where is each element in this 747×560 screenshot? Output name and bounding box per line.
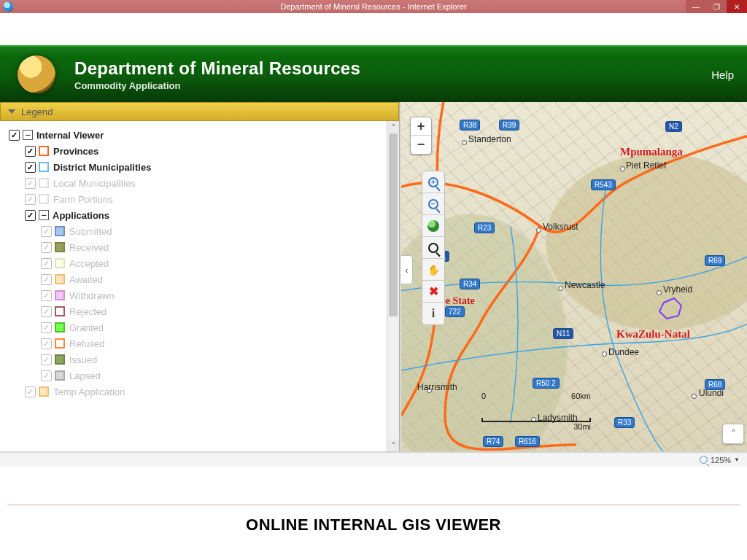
window-maximize-button[interactable]: ❐ <box>706 0 727 13</box>
checkbox[interactable] <box>41 306 52 317</box>
swatch-icon <box>39 386 49 397</box>
zoom-out-button[interactable]: − <box>411 136 431 154</box>
swatch-icon <box>55 306 65 316</box>
crest-icon <box>18 55 55 93</box>
province-label: KwaZulu-Natal <box>616 328 690 341</box>
checkbox[interactable] <box>41 322 52 333</box>
swatch-icon <box>55 338 65 349</box>
checkbox[interactable] <box>41 274 52 285</box>
route-shield: R34 <box>460 279 480 289</box>
tool-info[interactable]: i <box>422 303 444 324</box>
collapse-panel-button[interactable]: ‹ <box>401 255 413 284</box>
toolbar-gap <box>0 13 747 45</box>
layer-tree: − Internal Viewer ProvincesDistrict Muni… <box>0 121 399 404</box>
swatch-icon <box>39 194 49 204</box>
map-toolbar: + − ✋ ✖ i <box>422 171 445 325</box>
checkbox[interactable] <box>41 258 52 269</box>
town-label: Volksrust <box>543 222 578 232</box>
route-shield: R616 <box>515 436 540 447</box>
layer-item[interactable]: Farm Portions <box>9 191 396 207</box>
app-title: Department of Mineral Resources <box>74 58 360 79</box>
checkbox[interactable] <box>25 162 36 173</box>
province-label: Mpumalanga <box>620 146 683 158</box>
legend-header[interactable]: Legend <box>0 102 399 121</box>
checkbox[interactable] <box>41 354 52 365</box>
swatch-icon <box>55 258 65 268</box>
zoom-icon <box>700 456 708 464</box>
checkbox[interactable] <box>41 338 52 349</box>
town-marker <box>692 394 697 399</box>
route-shield: R543 <box>591 179 616 190</box>
checkbox[interactable] <box>25 386 36 397</box>
zoom-indicator[interactable]: 125% ▼ <box>700 456 740 464</box>
zoom-in-button[interactable]: + <box>411 117 431 136</box>
route-shield: R38 <box>460 120 480 131</box>
town-marker <box>536 228 541 233</box>
zoom-control: + − <box>410 117 432 155</box>
checkbox[interactable] <box>41 370 52 381</box>
route-shield: R39 <box>499 120 519 131</box>
slide-caption: ONLINE INTERNAL GIS VIEWER <box>0 516 747 534</box>
scroll-track[interactable] <box>387 133 399 439</box>
layer-item[interactable]: Provinces <box>9 143 396 159</box>
town-marker <box>558 286 563 291</box>
town-label: Dundee <box>608 347 639 357</box>
swatch-icon <box>55 274 65 284</box>
swatch-icon <box>55 290 65 300</box>
work-area: Legend − Internal Viewer ProvincesDistri… <box>0 102 747 452</box>
town-label: Newcastle <box>565 280 605 290</box>
status-item[interactable]: Issued <box>9 351 396 368</box>
tool-full-extent[interactable] <box>422 215 444 237</box>
status-item[interactable]: Submitted <box>9 223 396 239</box>
checkbox[interactable] <box>41 290 52 301</box>
checkbox[interactable] <box>25 146 36 157</box>
checkbox[interactable] <box>41 226 52 237</box>
status-item[interactable]: Accepted <box>9 255 396 271</box>
checkbox[interactable] <box>9 130 20 141</box>
layer-item[interactable]: Local Municipalities <box>9 175 396 191</box>
status-item[interactable]: Rejected <box>9 303 396 319</box>
layer-item[interactable]: District Municipalities <box>9 159 396 175</box>
tool-pan[interactable]: ✋ <box>422 259 444 281</box>
town-marker <box>462 140 467 145</box>
scale-bar: 060km 30mi <box>481 409 591 432</box>
checkbox[interactable] <box>41 242 52 253</box>
layer-temp-application[interactable]: Temp Application <box>9 384 396 400</box>
legend-scrollbar[interactable]: ˄ ˅ <box>387 121 399 451</box>
status-item[interactable]: Refused <box>9 335 396 351</box>
layer-root[interactable]: − Internal Viewer <box>9 127 396 143</box>
status-item[interactable]: Awaited <box>9 271 396 287</box>
browser-statusbar: 125% ▼ <box>0 452 747 467</box>
tool-zoom-in[interactable]: + <box>422 171 444 193</box>
window-minimize-button[interactable]: — <box>686 0 706 13</box>
town-marker <box>602 351 607 357</box>
tool-clear[interactable]: ✖ <box>422 281 444 303</box>
checkbox[interactable] <box>25 194 36 205</box>
help-link[interactable]: Help <box>711 69 734 81</box>
tool-zoom-window[interactable] <box>422 237 444 259</box>
status-item[interactable]: Granted <box>9 319 396 335</box>
scroll-thumb[interactable] <box>389 133 398 316</box>
tool-zoom-out[interactable]: − <box>422 193 444 215</box>
swatch-icon <box>55 226 65 236</box>
legend-title: Legend <box>21 106 53 117</box>
checkbox[interactable] <box>25 178 36 189</box>
checkbox[interactable] <box>25 210 36 221</box>
scroll-down-button[interactable]: ˅ <box>387 439 399 451</box>
status-item[interactable]: Received <box>9 239 396 255</box>
expand-toggle[interactable]: − <box>23 130 33 140</box>
status-item[interactable]: Withdrawn <box>9 287 396 303</box>
swatch-icon <box>55 370 65 381</box>
app-subtitle: Commodity Application <box>74 80 360 91</box>
scroll-up-button[interactable]: ˄ <box>387 121 399 133</box>
status-item[interactable]: Lapsed <box>9 368 396 384</box>
window-close-button[interactable]: ✕ <box>727 0 747 13</box>
route-shield: R69 <box>705 255 725 266</box>
swatch-icon <box>39 178 49 188</box>
layer-applications[interactable]: − Applications <box>9 207 396 223</box>
map-viewport[interactable]: MpumalangaFree StateKwaZulu-Natal Stande… <box>401 102 747 451</box>
expand-toggle[interactable]: − <box>39 210 49 220</box>
expand-toolbar-button[interactable]: ˄ <box>722 424 744 444</box>
collapse-icon <box>8 109 15 114</box>
slide-footer: ONLINE INTERNAL GIS VIEWER <box>0 467 747 560</box>
